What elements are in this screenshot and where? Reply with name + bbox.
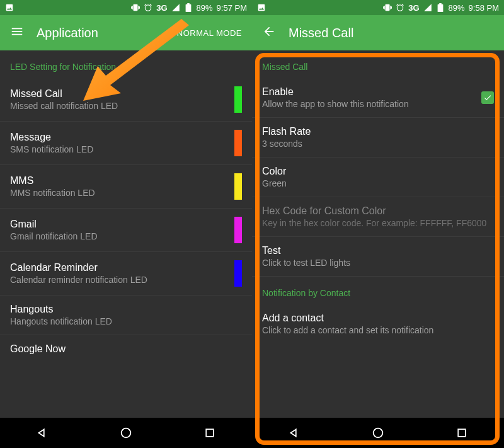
back-button[interactable]: [287, 425, 302, 440]
svg-point-0: [122, 428, 131, 438]
time-label: 9:58 PM: [469, 3, 499, 13]
item-sub: Missed call notification LED: [10, 101, 227, 111]
item-sub: Click to add a contact and set its notif…: [262, 325, 494, 335]
back-button[interactable]: [35, 425, 50, 440]
alarm-icon: [144, 3, 152, 12]
battery-label: 89%: [197, 3, 213, 13]
list-item-add-contact[interactable]: Add a contact Click to add a contact and…: [252, 304, 504, 343]
status-bar: 3G 89% 9:58 PM: [252, 0, 504, 15]
color-swatch: [234, 173, 242, 200]
action-bar: Application NORMAL MODE: [0, 15, 252, 50]
list-item-enable[interactable]: Enable Allow the app to show this notifi…: [252, 78, 504, 118]
color-swatch: [234, 86, 242, 113]
list-item-mms[interactable]: MMS MMS notification LED: [0, 165, 252, 209]
list-item-message[interactable]: Message SMS notification LED: [0, 122, 252, 165]
item-title: Message: [10, 132, 227, 143]
vibrate-icon: [383, 3, 392, 12]
item-title: Gmail: [10, 219, 227, 230]
battery-icon: [184, 3, 193, 12]
battery-label: 89%: [449, 3, 465, 13]
vibrate-icon: [131, 3, 140, 12]
svg-rect-1: [206, 429, 214, 437]
item-title: Flash Rate: [262, 126, 494, 137]
signal-icon: [171, 3, 180, 12]
nav-bar: [252, 418, 504, 448]
screen-right: 3G 89% 9:58 PM Missed Call Missed Call E…: [252, 0, 504, 448]
item-title: Add a contact: [262, 313, 494, 324]
svg-rect-3: [458, 429, 466, 437]
network-label: 3G: [156, 3, 167, 13]
item-sub: 3 seconds: [262, 139, 494, 149]
recent-button[interactable]: [454, 425, 469, 440]
item-title: Calendar Reminder: [10, 262, 227, 273]
item-sub: Green: [262, 178, 494, 188]
status-bar: 3G 89% 9:57 PM: [0, 0, 252, 15]
list-item-flash-rate[interactable]: Flash Rate 3 seconds: [252, 118, 504, 158]
list-item-color[interactable]: Color Green: [252, 158, 504, 197]
color-swatch: [234, 217, 242, 243]
image-icon: [257, 3, 266, 12]
item-sub: Key in the hex color code. For example: …: [262, 218, 494, 228]
color-swatch: [234, 260, 242, 287]
item-title: MMS: [10, 175, 227, 187]
time-label: 9:57 PM: [217, 3, 247, 13]
hamburger-icon[interactable]: [10, 25, 24, 41]
battery-icon: [436, 3, 445, 12]
list-item-missed-call[interactable]: Missed Call Missed call notification LED: [0, 78, 252, 122]
screen-left: 3G 89% 9:57 PM Application NORMAL MODE L…: [0, 0, 252, 448]
action-bar: Missed Call: [252, 15, 504, 50]
recent-button[interactable]: [202, 425, 217, 440]
item-sub: SMS notification LED: [10, 144, 227, 154]
svg-point-2: [374, 428, 383, 438]
back-arrow-icon[interactable]: [262, 25, 276, 41]
list-item-hangouts[interactable]: Hangouts Hangouts notification LED: [0, 296, 252, 335]
item-title: Test: [262, 245, 494, 256]
item-title: Enable: [262, 86, 474, 98]
checkbox[interactable]: [481, 91, 494, 104]
item-title: Hangouts: [10, 304, 242, 315]
home-button[interactable]: [118, 425, 134, 440]
alarm-icon: [396, 3, 404, 12]
content-left: LED Setting for Notification Missed Call…: [0, 50, 252, 418]
item-title: Google Now: [10, 343, 242, 355]
section-header: Notification by Contact: [252, 277, 504, 304]
nav-bar: [0, 418, 252, 448]
mode-label[interactable]: NORMAL MODE: [177, 28, 242, 38]
home-button[interactable]: [370, 425, 386, 440]
list-item-google-now[interactable]: Google Now: [0, 335, 252, 364]
item-title: Color: [262, 166, 494, 177]
item-sub: Gmail notification LED: [10, 231, 227, 241]
item-sub: Allow the app to show this notification: [262, 99, 474, 109]
section-header: LED Setting for Notification: [0, 50, 252, 78]
image-icon: [5, 3, 14, 12]
network-label: 3G: [408, 3, 419, 13]
item-title: Hex Code for Custom Color: [262, 205, 494, 217]
list-item-calendar[interactable]: Calendar Reminder Calendar reminder noti…: [0, 252, 252, 296]
item-title: Missed Call: [10, 88, 227, 100]
item-sub: Hangouts notification LED: [10, 316, 242, 326]
item-sub: MMS notification LED: [10, 188, 227, 198]
page-title: Missed Call: [289, 26, 494, 40]
item-sub: Calendar reminder notification LED: [10, 275, 227, 285]
list-item-hex-code: Hex Code for Custom Color Key in the hex…: [252, 197, 504, 237]
section-header: Missed Call: [252, 50, 504, 78]
list-item-gmail[interactable]: Gmail Gmail notification LED: [0, 209, 252, 252]
signal-icon: [423, 3, 432, 12]
content-right: Missed Call Enable Allow the app to show…: [252, 50, 504, 418]
page-title: Application: [37, 26, 164, 40]
list-item-test[interactable]: Test Click to test LED lights: [252, 237, 504, 277]
item-sub: Click to test LED lights: [262, 258, 494, 268]
color-swatch: [234, 130, 242, 156]
